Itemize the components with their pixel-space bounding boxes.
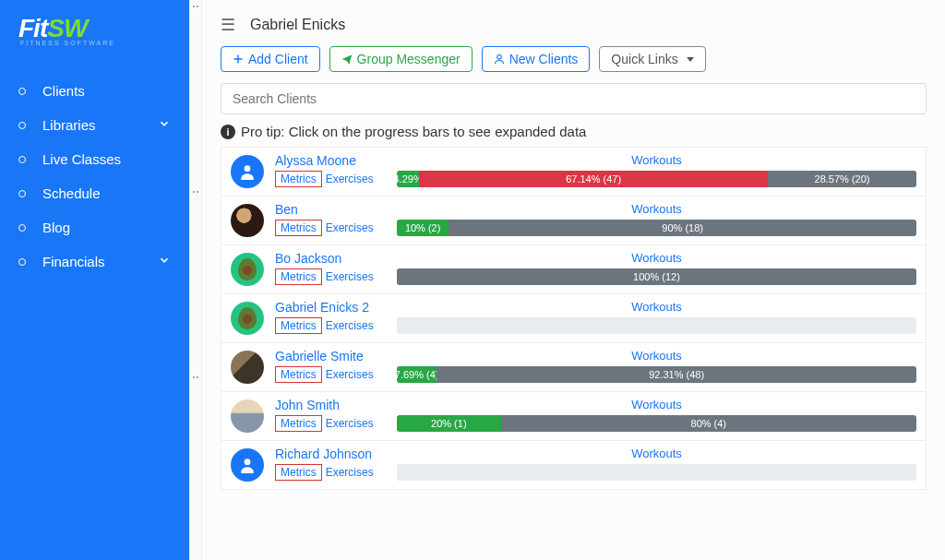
nav-bullet-icon [18,88,26,95]
avatar[interactable] [231,204,264,237]
add-client-button[interactable]: Add Client [221,46,320,72]
svg-point-0 [496,55,501,60]
client-name[interactable]: Richard Johnson [275,447,386,461]
client-links: Metrics Exercises [275,268,386,285]
client-progress: Workouts 7.69% (4)92.31% (48) [397,349,916,383]
metrics-link[interactable]: Metrics [275,220,322,236]
client-progress: Workouts 20% (1)80% (4) [397,398,916,432]
workouts-link[interactable]: Workouts [397,202,916,216]
exercises-link[interactable]: Exercises [326,417,374,430]
workouts-link[interactable]: Workouts [397,251,916,265]
progress-segment: 20% (1) [397,415,501,432]
info-icon: i [221,125,235,139]
main: ☰ Gabriel Enicks Add Client Group Messen… [202,0,945,560]
metrics-link[interactable]: Metrics [275,366,322,383]
protip: i Pro tip: Click on the progress bars to… [202,124,945,147]
client-name[interactable]: John Smith [275,398,386,412]
plus-icon [233,54,244,65]
progress-bar[interactable] [397,317,916,334]
client-name[interactable]: Gabriel Enicks 2 [275,300,386,315]
hamburger-icon[interactable]: ☰ [221,15,235,35]
client-name[interactable]: Ben [275,202,386,217]
progress-segment: 80% (4) [501,415,916,432]
client-links: Metrics Exercises [275,220,386,236]
metrics-link[interactable]: Metrics [275,415,322,432]
progress-bar[interactable]: 20% (1)80% (4) [397,415,916,432]
nav-item-libraries[interactable]: Libraries [0,108,189,142]
nav-label: Clients [42,83,85,99]
nav-bullet-icon [18,258,26,266]
metrics-link[interactable]: Metrics [275,317,322,334]
avatar[interactable] [231,302,264,335]
user-icon [494,54,505,65]
progress-segment: 4.29% [397,171,419,187]
nav-item-schedule[interactable]: Schedule [0,176,189,210]
progress-bar[interactable]: 100% (12) [397,268,916,285]
toolbar: Add Client Group Messenger New Clients Q… [202,46,945,83]
client-progress: Workouts 100% (12) [397,251,916,285]
progress-bar[interactable] [397,464,916,481]
client-info: Richard Johnson Metrics Exercises [275,447,386,481]
nav-bullet-icon [18,190,26,197]
client-links: Metrics Exercises [275,415,386,432]
nav-bullet-icon [18,156,26,163]
client-row: Richard Johnson Metrics Exercises Workou… [221,441,927,490]
progress-segment: 100% (12) [397,268,916,285]
nav-item-live-classes[interactable]: Live Classes [0,142,189,176]
metrics-link[interactable]: Metrics [275,464,322,481]
workouts-link[interactable]: Workouts [397,153,916,167]
exercises-link[interactable]: Exercises [326,270,374,283]
drag-handle[interactable] [189,0,202,560]
client-name[interactable]: Bo Jackson [275,251,386,266]
exercises-link[interactable]: Exercises [326,221,374,234]
svg-text:i: i [226,126,229,137]
progress-bar[interactable]: 10% (2)90% (18) [397,220,916,236]
workouts-link[interactable]: Workouts [397,300,916,314]
logo[interactable]: FitSW FITNESS SOFTWARE [0,14,189,65]
metrics-link[interactable]: Metrics [275,171,322,187]
nav-label: Blog [42,220,70,235]
nav-label: Schedule [42,185,101,201]
progress-bar[interactable]: 7.69% (4)92.31% (48) [397,366,916,383]
exercises-link[interactable]: Exercises [326,319,374,332]
exercises-link[interactable]: Exercises [326,173,374,185]
send-icon [341,54,353,65]
progress-segment: 90% (18) [449,220,916,236]
client-info: Bo Jackson Metrics Exercises [275,251,386,285]
workouts-link[interactable]: Workouts [397,349,916,363]
client-name[interactable]: Gabrielle Smite [275,349,386,363]
exercises-link[interactable]: Exercises [326,466,374,479]
avatar[interactable] [231,448,264,482]
logo-part1: Fit [18,14,47,42]
progress-bar[interactable]: 4.29%67.14% (47)28.57% (20) [397,171,916,187]
nav-bullet-icon [18,224,26,232]
nav-label: Financials [42,254,105,269]
avatar[interactable] [231,253,264,286]
workouts-link[interactable]: Workouts [397,398,916,411]
quick-links-button[interactable]: Quick Links [599,46,705,72]
svg-point-3 [245,165,251,172]
new-clients-button[interactable]: New Clients [482,46,591,72]
progress-segment: 10% (2) [397,220,449,236]
client-info: John Smith Metrics Exercises [275,398,386,432]
avatar[interactable] [231,155,264,188]
metrics-link[interactable]: Metrics [275,268,322,285]
exercises-link[interactable]: Exercises [326,368,374,381]
group-messenger-button[interactable]: Group Messenger [329,46,472,72]
client-name[interactable]: Alyssa Moone [275,153,386,168]
nav: ClientsLibrariesLive ClassesScheduleBlog… [0,65,189,288]
avatar[interactable] [231,399,264,433]
nav-item-blog[interactable]: Blog [0,210,189,244]
nav-item-clients[interactable]: Clients [0,74,189,108]
client-progress: Workouts 10% (2)90% (18) [397,202,916,236]
client-row: Alyssa Moone Metrics Exercises Workouts … [221,147,927,197]
nav-item-financials[interactable]: Financials [0,244,189,279]
user-icon [239,457,256,473]
client-row: Ben Metrics Exercises Workouts 10% (2)90… [221,197,927,245]
client-row: Gabrielle Smite Metrics Exercises Workou… [221,343,927,392]
avatar[interactable] [231,351,264,384]
avocado-icon [238,307,257,329]
workouts-link[interactable]: Workouts [397,447,916,460]
svg-point-4 [245,459,251,465]
search-input[interactable] [221,83,927,114]
